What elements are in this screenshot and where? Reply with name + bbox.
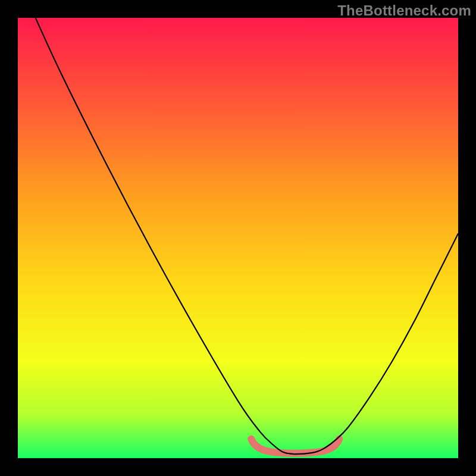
chart-svg: [18, 18, 458, 458]
gradient-background: [18, 18, 458, 458]
chart-frame: TheBottleneck.com: [0, 0, 476, 476]
plot-area: [18, 18, 458, 458]
watermark-text: TheBottleneck.com: [337, 2, 471, 19]
